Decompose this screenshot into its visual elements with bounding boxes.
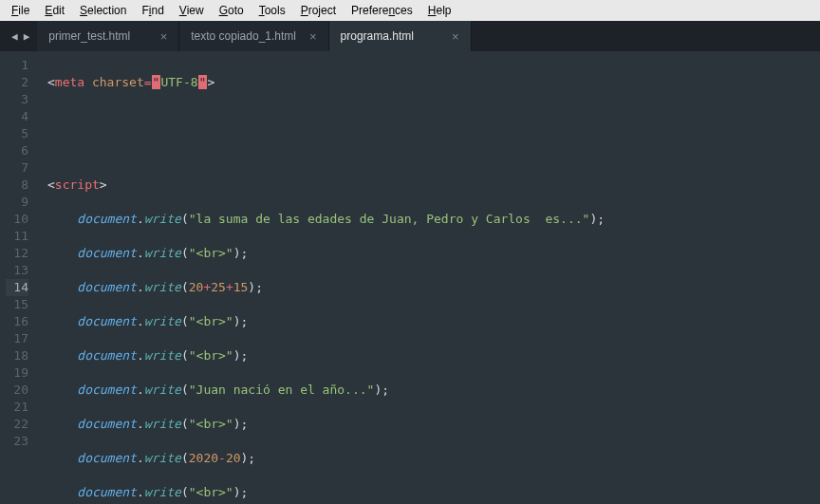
line-number: 12 xyxy=(6,245,28,262)
line-number: 4 xyxy=(6,108,28,125)
code-line: <script> xyxy=(47,177,820,194)
code-line: <meta charset="UTF-8"> xyxy=(47,74,820,91)
line-number: 1 xyxy=(6,57,28,74)
line-number: 11 xyxy=(6,228,28,245)
line-number: 19 xyxy=(6,364,28,382)
line-number: 17 xyxy=(6,330,28,347)
close-icon[interactable]: × xyxy=(296,29,317,44)
code-line: document.write("<br>"); xyxy=(47,484,820,501)
menu-help[interactable]: Help xyxy=(420,2,459,19)
close-icon[interactable]: × xyxy=(438,29,459,44)
code-line xyxy=(47,142,820,159)
tab-texto-copiado[interactable]: texto copiado_1.html × xyxy=(179,21,328,51)
code-line: document.write("la suma de las edades de… xyxy=(47,211,820,228)
menu-goto[interactable]: Goto xyxy=(212,2,252,19)
menu-tools[interactable]: Tools xyxy=(252,2,293,19)
tab-nav-forward-icon[interactable]: ▶ xyxy=(24,30,30,43)
line-number: 9 xyxy=(6,194,28,211)
menu-edit[interactable]: Edit xyxy=(37,2,72,19)
code-line xyxy=(47,108,820,125)
line-number: 22 xyxy=(6,416,28,433)
line-number-gutter: 1 2 3 4 5 6 7 8 9 10 11 12 13 14 15 16 1… xyxy=(0,51,38,504)
menu-view[interactable]: View xyxy=(172,2,212,19)
line-number: 21 xyxy=(6,399,28,416)
line-number: 5 xyxy=(6,125,28,142)
line-number: 14 xyxy=(6,279,28,296)
line-number: 23 xyxy=(6,433,28,450)
menu-preferences[interactable]: Preferences xyxy=(344,2,420,19)
tab-nav: ◀ ▶ xyxy=(4,21,37,51)
code-line: document.write(20+25+15); xyxy=(47,279,820,296)
tab-primer-test[interactable]: primer_test.html × xyxy=(37,21,179,51)
code-area[interactable]: <meta charset="UTF-8"> <script> document… xyxy=(38,51,820,504)
line-number: 10 xyxy=(6,211,28,228)
line-number: 20 xyxy=(6,382,28,399)
tab-strip: ◀ ▶ primer_test.html × texto copiado_1.h… xyxy=(0,21,820,51)
menu-file[interactable]: File xyxy=(4,2,37,19)
tab-label: programa.html xyxy=(341,29,414,43)
menu-selection[interactable]: Selection xyxy=(72,2,134,19)
line-number: 6 xyxy=(6,142,28,159)
line-number: 2 xyxy=(6,74,28,91)
menu-find[interactable]: Find xyxy=(134,2,171,19)
code-line: document.write("<br>"); xyxy=(47,313,820,330)
tab-label: primer_test.html xyxy=(48,29,130,43)
line-number: 13 xyxy=(6,262,28,279)
code-line: document.write("<br>"); xyxy=(47,347,820,364)
menu-project[interactable]: Project xyxy=(293,2,344,19)
line-number: 18 xyxy=(6,347,28,364)
menu-bar: File Edit Selection Find View Goto Tools… xyxy=(0,0,820,21)
code-line: document.write("Juan nació en el año..."… xyxy=(47,382,820,399)
line-number: 7 xyxy=(6,159,28,177)
close-icon[interactable]: × xyxy=(147,29,168,44)
code-line: document.write("<br>"); xyxy=(47,245,820,262)
tab-programa[interactable]: programa.html × xyxy=(329,21,472,51)
code-editor[interactable]: 1 2 3 4 5 6 7 8 9 10 11 12 13 14 15 16 1… xyxy=(0,51,820,504)
line-number: 3 xyxy=(6,91,28,108)
code-line: document.write(2020-20); xyxy=(47,450,820,467)
line-number: 15 xyxy=(6,296,28,313)
tab-nav-back-icon[interactable]: ◀ xyxy=(11,30,18,43)
code-line: document.write("<br>"); xyxy=(47,416,820,433)
line-number: 16 xyxy=(6,313,28,330)
tab-label: texto copiado_1.html xyxy=(191,29,296,43)
line-number: 8 xyxy=(6,177,28,194)
